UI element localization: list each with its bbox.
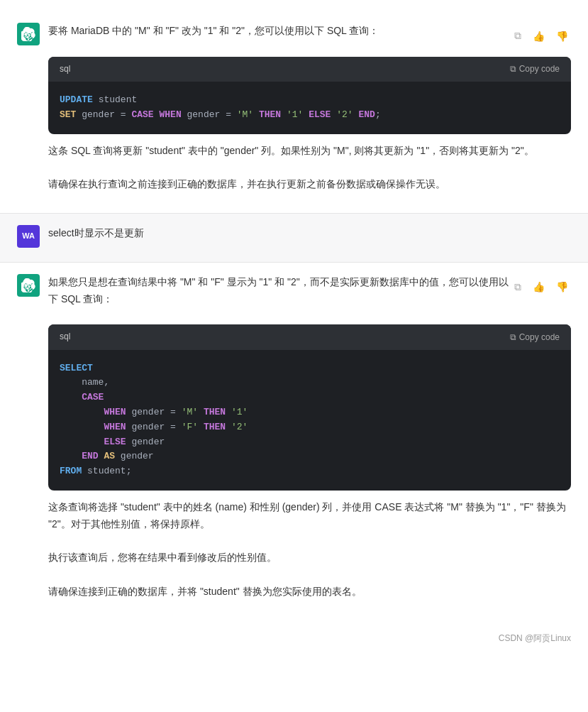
code-body-1: UPDATE student SET gender = CASE WHEN ge… <box>48 82 571 134</box>
code-lang-1: sql <box>60 62 70 76</box>
copy-code-btn-3[interactable]: ⧉ Copy code <box>510 332 560 342</box>
copy-label-1: Copy code <box>519 64 560 74</box>
copy-code-btn-1[interactable]: ⧉ Copy code <box>510 64 560 74</box>
message-block-3: 如果您只是想在查询结果中将 "M" 和 "F" 显示为 "1" 和 "2"，而不… <box>0 263 588 620</box>
code-block-3: sql ⧉ Copy code SELECT name, CASE WHEN g… <box>48 324 571 491</box>
message-actions-1: ⧉ 👍 👎 <box>511 28 571 43</box>
copy-label-3: Copy code <box>519 332 560 342</box>
message-text-after-3: 这条查询将选择 "student" 表中的姓名 (name) 和性别 (gend… <box>48 499 571 601</box>
chat-container: 要将 MariaDB 中的 "M" 和 "F" 改为 "1" 和 "2"，您可以… <box>0 0 588 662</box>
message-text-after-1: 这条 SQL 查询将更新 "student" 表中的 "gender" 列。如果… <box>48 143 571 193</box>
copy-icon-1: ⧉ <box>510 64 516 74</box>
message-actions-3: ⧉ 👍 👎 <box>511 280 571 295</box>
avatar-gpt-1 <box>17 23 40 45</box>
code-line-3-7: END AS gender <box>60 449 560 464</box>
code-body-3: SELECT name, CASE WHEN gender = 'M' THEN… <box>48 350 571 491</box>
code-line-3-2: name, <box>60 376 560 390</box>
code-line-3-5: WHEN gender = 'F' THEN '2' <box>60 420 560 435</box>
thumbdown-btn-1[interactable]: 👎 <box>553 28 571 43</box>
code-line-1-2: SET gender = CASE WHEN gender = 'M' THEN… <box>60 108 560 123</box>
copy-icon-btn-1[interactable]: ⧉ <box>511 28 524 43</box>
lang-label-1: sql <box>60 62 70 76</box>
code-line-3-3: CASE <box>60 390 560 405</box>
thumbdown-btn-3[interactable]: 👎 <box>553 280 571 295</box>
code-lang-3: sql <box>60 330 70 344</box>
message-content-3: 如果您只是想在查询结果中将 "M" 和 "F" 显示为 "1" 和 "2"，而不… <box>48 274 571 609</box>
code-header-3: sql ⧉ Copy code <box>48 324 571 349</box>
code-line-3-1: SELECT <box>60 361 560 376</box>
code-header-1: sql ⧉ Copy code <box>48 57 571 82</box>
copy-icon-3: ⧉ <box>510 332 516 342</box>
code-line-3-4: WHEN gender = 'M' THEN '1' <box>60 405 560 420</box>
code-line-1-1: UPDATE student <box>60 93 560 108</box>
code-line-3-6: ELSE gender <box>60 435 560 450</box>
message-content-1: 要将 MariaDB 中的 "M" 和 "F" 改为 "1" 和 "2"，您可以… <box>48 23 571 202</box>
code-line-3-8: FROM student; <box>60 464 560 479</box>
message-text-2: select时显示不是更新 <box>48 225 571 242</box>
message-header-3: 如果您只是想在查询结果中将 "M" 和 "F" 显示为 "1" 和 "2"，而不… <box>48 274 571 317</box>
message-block-1: 要将 MariaDB 中的 "M" 和 "F" 改为 "1" 和 "2"，您可以… <box>0 11 588 213</box>
lang-label-3: sql <box>60 330 70 344</box>
message-text-3: 如果您只是想在查询结果中将 "M" 和 "F" 显示为 "1" 和 "2"，而不… <box>48 274 511 308</box>
thumbup-btn-3[interactable]: 👍 <box>530 280 548 295</box>
copy-icon-btn-3[interactable]: ⧉ <box>511 280 524 295</box>
message-header-1: 要将 MariaDB 中的 "M" 和 "F" 改为 "1" 和 "2"，您可以… <box>48 23 571 48</box>
thumbup-btn-1[interactable]: 👍 <box>530 28 548 43</box>
avatar-gpt-3 <box>17 274 40 297</box>
message-text-1: 要将 MariaDB 中的 "M" 和 "F" 改为 "1" 和 "2"，您可以… <box>48 23 379 40</box>
code-block-1: sql ⧉ Copy code UPDATE student SET gende… <box>48 57 571 134</box>
avatar-user-2: WA <box>17 225 40 248</box>
footer-note: CSDN @阿贡Linux <box>0 626 588 651</box>
message-block-2: WA select时显示不是更新 <box>0 214 588 262</box>
message-content-2: select时显示不是更新 <box>48 225 571 251</box>
